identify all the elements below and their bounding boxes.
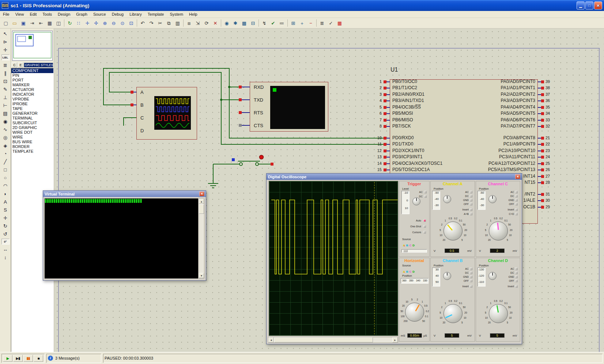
channel-c-off-button[interactable] [515,203,518,205]
mcu-pin-5-square[interactable] [384,106,386,109]
mcu-pin-13-square[interactable] [384,156,386,159]
selector-item-wire-dot[interactable]: WIRE DOT [11,130,53,135]
mcu-pin-10-square[interactable] [384,137,386,140]
virtual-instruments-mode-button[interactable]: ◔ [1,149,10,158]
generate-netlist-button[interactable]: ≣ [318,19,326,27]
mcu-pin-15-square[interactable] [384,168,386,171]
trigger-source-c[interactable]: C [409,244,412,247]
rotate-block-button[interactable]: ⟳ [202,19,211,27]
arc-2d-button[interactable]: ◠ [1,182,10,190]
mcu-pin-31-square[interactable] [541,193,544,196]
pause-button[interactable]: ▮▮ [23,355,33,362]
channel-c-position-knob[interactable] [488,195,497,203]
terminal-pin-rxd[interactable] [239,86,242,88]
circle-2d-button[interactable]: ○ [1,174,10,182]
channel-b-position-knob[interactable] [443,272,451,280]
packaging-tool-button[interactable]: ▩ [240,19,249,27]
mirror-vertical-button[interactable]: ↕ [1,253,10,261]
selector-item-marker[interactable]: MARKER [11,83,53,87]
channel-d-dc-button[interactable] [515,272,518,274]
overview-panel[interactable] [12,31,53,61]
channel-c-invert-button[interactable] [515,208,518,211]
selector-item-port[interactable]: PORT [11,78,53,83]
selector-item-border[interactable]: BORDER [11,144,53,149]
wire-osc-c-stub[interactable] [124,118,136,126]
open-design-button[interactable]: ▭ [10,19,19,27]
virtual-terminal-screen[interactable]: ▊▊▊▊▊▊▊▊▊▊▊▊▊▊▊▊▊▊▊▊▊▊▊▊▊▊▊▊▊▊▊▊▊▊▊▊▊▊▊▊… [45,198,198,278]
mcu-pin-23-square[interactable] [541,149,544,152]
channel-a-invert-button[interactable] [470,208,472,211]
pan-center-button[interactable]: ✢ [92,19,101,27]
close-button[interactable]: ✕ [594,1,602,10]
new-document-button[interactable]: ▢ [1,19,10,27]
component-mode-button[interactable]: ⊳ [1,38,10,46]
rotation-angle[interactable]: 0° [1,239,10,244]
move-block-button[interactable]: ⇲ [193,19,202,27]
selector-item-vprobe[interactable]: VPROBE [11,97,53,102]
channel-b-ac-button[interactable] [470,268,472,270]
menu-graph[interactable]: Graph [73,11,90,17]
channel-c-sum-button[interactable] [515,213,518,215]
selector-e-button[interactable]: E [18,62,23,68]
rotate-anticlockwise-button[interactable]: ↺ [1,230,10,238]
trigger-source-slider[interactable] [401,249,427,253]
mcu-pin-8-square[interactable] [384,125,386,128]
mcu-pin-6-square[interactable] [384,112,386,115]
step-button[interactable]: ▶▮ [13,355,23,362]
pick-parts-button[interactable]: ◉ [222,19,231,27]
save-design-button[interactable]: ▣ [19,19,28,27]
zoom-out-button[interactable]: ⊖ [109,19,118,27]
decompose-button[interactable]: ⊟ [249,19,257,27]
redraw-display-button[interactable]: ↻ [65,19,74,27]
scroll-left-icon[interactable]: ◄ [268,337,274,342]
oscilloscope-close-button[interactable]: ✕ [515,174,520,179]
junction-dot-mode-button[interactable]: ✛ [1,46,10,54]
instant-edit-mode-button[interactable]: ✎ [1,85,10,93]
menu-source[interactable]: Source [90,11,109,17]
channel-a-dc-button[interactable] [470,195,472,197]
button-indicator[interactable] [260,155,264,159]
terminal-pin-txd[interactable] [239,98,242,101]
line-2d-button[interactable]: ╱ [1,158,10,166]
new-sheet-button[interactable]: ＋ [298,19,306,27]
channel-b-gain-knob[interactable] [443,304,463,323]
channel-a-off-button[interactable] [470,203,472,205]
selector-item-terminal[interactable]: TERMINAL [11,116,53,121]
maximize-button[interactable]: □ [585,1,593,10]
play-button[interactable]: ▶ [3,355,12,362]
netlist-to-ares-button[interactable]: ▦ [335,19,344,27]
selector-item-generator[interactable]: GENERATOR [11,111,53,116]
selector-item-2d-graphic[interactable]: 2D GRAPHIC [11,125,53,130]
menu-design[interactable]: Design [55,11,73,17]
mcu-pin-33-square[interactable] [541,119,544,122]
mcu-pin-21-square[interactable] [541,137,544,140]
channel-a-sum-button[interactable] [470,213,472,215]
oscilloscope-scroll-thumb[interactable] [274,337,373,342]
undo-button[interactable]: ↶ [138,19,147,27]
channel-d-position-knob[interactable] [488,272,497,280]
trigger-dc-button[interactable] [424,195,427,198]
generator-mode-button[interactable]: ∿ [1,125,10,133]
design-explorer-button[interactable]: ⊞ [289,19,298,27]
selector-item-component[interactable]: COMPONENT [11,68,53,73]
print-design-button[interactable]: ▦ [45,19,54,27]
electrical-rules-check-button[interactable]: ✓ [326,19,335,27]
toggle-grid-button[interactable]: ∷ [74,19,83,27]
mcu-pin-11-square[interactable] [384,143,386,146]
channel-a-position-knob[interactable] [443,195,451,203]
menu-system[interactable]: System [167,11,186,17]
mcu-pin-2-square[interactable] [384,87,386,90]
channel-d-invert-button[interactable] [515,285,518,288]
channel-b-gnd-button[interactable] [470,276,472,278]
selector-c-button[interactable]: C [12,62,17,68]
horizontal-source-b[interactable]: B [406,270,408,273]
oscilloscope-scrollbar[interactable]: ◄ ► [268,337,398,343]
oscilloscope-pin-b[interactable] [131,103,133,106]
wire-label-mode-button[interactable]: LBL [1,54,10,60]
titlebar[interactable]: ISIS sc1 - ISIS Professional (Animating)… [0,0,604,11]
graph-mode-button[interactable]: ▤ [1,109,10,117]
zoom-all-button[interactable]: ⊙ [118,19,127,27]
channel-d-ac-button[interactable] [515,268,518,270]
terminal-pin-cts[interactable] [239,124,242,127]
terminal-scrollbar[interactable]: ▲ ▼ [199,198,204,278]
